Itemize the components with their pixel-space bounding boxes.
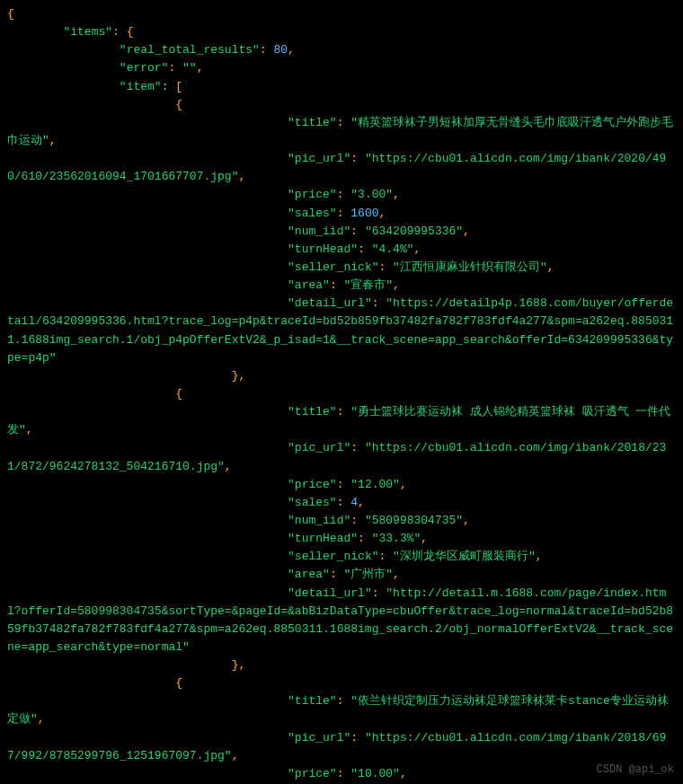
key-seller-nick: "seller_nick" [288,260,378,274]
watermark: CSDN @api_ok [597,762,674,779]
comma: , [38,712,45,726]
brace-open: { [175,676,182,690]
colon: : [358,532,372,545]
key-price: "price" [288,767,337,780]
key-price: "price" [288,188,337,201]
key-sales: "sales" [288,207,337,220]
val-turnhead-0: "4.4%" [372,242,414,256]
key-turnhead: "turnHead" [288,242,358,256]
val-seller-nick-0: "江西恒康麻业针织有限公司" [393,260,547,274]
colon: : [337,767,351,780]
colon: : [337,478,351,491]
comma: , [547,260,554,274]
comma: , [49,134,57,147]
key-price: "price" [288,478,337,491]
comma: , [400,767,407,780]
indent [7,207,288,220]
indent [7,532,288,545]
indent [7,43,120,57]
comma: , [536,550,543,563]
indent [7,731,288,744]
colon: : [350,441,365,454]
indent [7,278,288,292]
comma: , [225,460,232,473]
val-num-iid-1: "580998304735" [365,514,463,527]
key-item: "item" [120,80,162,93]
key-detail-url: "detail_url" [288,296,372,310]
key-sales: "sales" [288,496,337,509]
key-real-total-results: "real_total_results" [120,43,260,57]
indent [7,25,63,39]
comma: , [238,170,245,183]
val-area-0: "宜春市" [343,278,393,292]
json-viewer: { "items": { "real_total_results": 80, "… [0,0,683,784]
comma: , [232,749,239,762]
colon: : [350,514,365,527]
indent [7,369,232,383]
colon: : [260,43,274,57]
colon: : [378,260,393,274]
comma: , [393,278,400,292]
val-area-1: "广州市" [343,568,393,581]
indent [7,550,288,563]
key-title: "title" [288,694,337,708]
val-sales-0: 1600 [350,207,378,220]
comma: , [358,496,365,509]
comma: , [393,188,400,201]
indent [7,586,288,600]
key-num-iid: "num_iid" [288,514,350,527]
indent [7,98,175,111]
key-area: "area" [288,568,330,581]
val-sales-1: 4 [350,496,358,509]
comma: , [414,242,421,256]
key-turnhead: "turnHead" [288,532,358,545]
comma: , [393,568,400,581]
colon: : [168,61,182,75]
val-price-2: "10.00" [350,767,400,780]
colon: : [112,25,127,39]
indent [7,478,288,491]
brace-open: { [127,25,134,39]
brace-open: { [175,387,182,401]
key-seller-nick: "seller_nick" [288,550,378,563]
indent [7,188,288,201]
colon: : [337,207,351,220]
indent [7,296,288,310]
colon: : [350,152,365,165]
colon: : [330,568,344,581]
indent [7,514,288,527]
bracket-open: [ [175,80,182,93]
key-error: "error" [120,61,169,75]
val-real-total-results: 80 [273,43,288,57]
brace-close: }, [232,658,246,672]
val-seller-nick-1: "深圳龙华区威町服装商行" [393,550,536,563]
indent [7,441,288,454]
key-pic-url: "pic_url" [288,731,350,744]
key-detail-url: "detail_url" [288,586,372,600]
key-items: "items" [63,25,112,39]
indent [7,658,232,672]
val-turnhead-1: "33.3%" [372,532,421,545]
brace-open: { [175,98,182,111]
colon: : [337,405,351,418]
indent [7,387,175,401]
comma: , [463,514,470,527]
colon: : [162,80,176,93]
key-num-iid: "num_iid" [288,225,350,238]
comma: , [26,423,33,436]
val-price-1: "12.00" [350,478,400,491]
indent [7,767,288,780]
brace-close: }, [232,369,246,383]
colon: : [350,731,365,744]
colon: : [372,296,386,310]
indent [7,496,288,509]
colon: : [337,188,351,201]
key-pic-url: "pic_url" [288,441,350,454]
indent [7,568,288,581]
colon: : [372,586,386,600]
colon: : [330,278,344,292]
comma: , [400,478,407,491]
indent [7,80,120,93]
key-title: "title" [288,116,337,129]
indent [7,116,288,129]
